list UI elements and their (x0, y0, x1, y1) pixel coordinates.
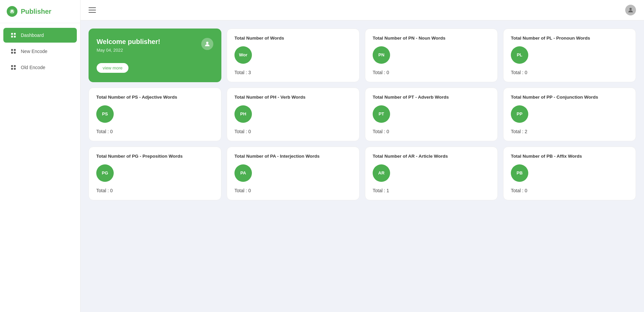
sidebar-nav: Dashboard New Encode (0, 23, 80, 80)
stat-total-words: Total : 3 (234, 70, 352, 75)
svg-rect-3 (11, 36, 13, 38)
stat-card-words: Total Number of Words Wor Total : 3 (227, 29, 360, 82)
stat-badge-words: Wor (234, 46, 252, 64)
stat-badge-ph: PH (234, 105, 252, 123)
stat-badge-pp: PP (511, 105, 528, 123)
stat-total-ps: Total : 0 (96, 129, 214, 134)
sidebar-item-new-encode[interactable]: New Encode (3, 44, 77, 59)
stat-card-pg: Total Number of PG - Preposition Words P… (89, 147, 221, 200)
hamburger-line-2 (89, 10, 96, 10)
stat-total-pp: Total : 2 (511, 129, 628, 134)
svg-rect-11 (11, 68, 13, 70)
svg-point-13 (630, 8, 632, 10)
stat-card-pn: Total Number of PN - Noun Words PN Total… (365, 29, 498, 82)
dashboard-content: Welcome publisher! May 04, 2022 view mor… (80, 20, 644, 312)
svg-rect-8 (14, 52, 16, 54)
sidebar-logo: Publisher (0, 0, 80, 23)
user-account-button[interactable] (625, 5, 636, 15)
stat-card-pa: Total Number of PA - Interjection Words … (227, 147, 360, 200)
stat-total-pa: Total : 0 (234, 188, 352, 193)
svg-point-0 (10, 9, 15, 14)
svg-rect-9 (11, 65, 13, 67)
stat-total-pl: Total : 0 (511, 70, 628, 75)
svg-rect-2 (14, 33, 16, 35)
welcome-card: Welcome publisher! May 04, 2022 view mor… (89, 29, 221, 82)
stat-card-ar: Total Number of AR - Article Words AR To… (365, 147, 498, 200)
svg-rect-6 (14, 49, 16, 51)
stat-badge-pa: PA (234, 164, 252, 182)
welcome-card-header: Welcome publisher! May 04, 2022 (97, 38, 213, 53)
welcome-date: May 04, 2022 (97, 48, 160, 53)
stat-card-ph-title: Total Number of PH - Verb Words (234, 95, 352, 100)
hamburger-line-1 (89, 7, 96, 8)
stat-card-pp-title: Total Number of PP - Conjunction Words (511, 95, 628, 100)
svg-rect-5 (11, 49, 13, 51)
sidebar-item-dashboard[interactable]: Dashboard (3, 28, 77, 43)
stat-total-pg: Total : 0 (96, 188, 214, 193)
welcome-avatar (201, 38, 213, 50)
stat-badge-pg: PG (96, 164, 114, 182)
stat-total-pb: Total : 0 (511, 188, 628, 193)
stat-card-words-title: Total Number of Words (234, 36, 352, 41)
stat-badge-ar: AR (373, 164, 390, 182)
dashboard-icon (10, 32, 17, 39)
stat-badge-ps: PS (96, 105, 114, 123)
app-title: Publisher (21, 8, 51, 15)
stat-card-pa-title: Total Number of PA - Interjection Words (234, 154, 352, 159)
stat-card-pl: Total Number of PL - Pronoun Words PL To… (503, 29, 636, 82)
stat-badge-pn: PN (373, 46, 390, 64)
header (80, 0, 644, 20)
welcome-title: Welcome publisher! (97, 38, 160, 46)
hamburger-line-3 (89, 12, 96, 13)
view-more-button[interactable]: view more (97, 63, 128, 73)
stat-card-pl-title: Total Number of PL - Pronoun Words (511, 36, 628, 41)
welcome-text-block: Welcome publisher! May 04, 2022 (97, 38, 160, 53)
svg-rect-7 (11, 52, 13, 54)
svg-rect-12 (14, 68, 16, 70)
cards-row-2: Total Number of PS - Adjective Words PS … (89, 88, 636, 141)
stat-card-ps: Total Number of PS - Adjective Words PS … (89, 88, 221, 141)
stat-card-pb: Total Number of PB - Affix Words PB Tota… (503, 147, 636, 200)
sidebar-item-dashboard-label: Dashboard (21, 33, 44, 38)
stat-badge-pl: PL (511, 46, 528, 64)
svg-rect-10 (14, 65, 16, 67)
stat-card-ps-title: Total Number of PS - Adjective Words (96, 95, 214, 100)
stat-card-pt: Total Number of PT - Adverb Words PT Tot… (365, 88, 498, 141)
stat-card-ar-title: Total Number of AR - Article Words (373, 154, 490, 159)
stat-card-ph: Total Number of PH - Verb Words PH Total… (227, 88, 360, 141)
sidebar-item-old-encode-label: Old Encode (21, 65, 45, 70)
stat-card-pb-title: Total Number of PB - Affix Words (511, 154, 628, 159)
svg-rect-4 (14, 36, 16, 38)
stat-card-pn-title: Total Number of PN - Noun Words (373, 36, 490, 41)
hamburger-button[interactable] (89, 7, 96, 13)
stat-total-ph: Total : 0 (234, 129, 352, 134)
svg-rect-1 (11, 33, 13, 35)
sidebar-item-old-encode[interactable]: Old Encode (3, 60, 77, 75)
logo-icon (7, 6, 17, 17)
main-content: Welcome publisher! May 04, 2022 view mor… (80, 0, 644, 312)
new-encode-icon (10, 48, 17, 55)
sidebar-item-new-encode-label: New Encode (21, 49, 47, 54)
sidebar: Publisher Dashboard (0, 0, 80, 312)
stat-card-pg-title: Total Number of PG - Preposition Words (96, 154, 214, 159)
stat-badge-pb: PB (511, 164, 528, 182)
stat-total-pn: Total : 0 (373, 70, 490, 75)
stat-card-pp: Total Number of PP - Conjunction Words P… (503, 88, 636, 141)
stat-total-ar: Total : 1 (373, 188, 490, 193)
stat-badge-pt: PT (373, 105, 390, 123)
stat-total-pt: Total : 0 (373, 129, 490, 134)
stat-card-pt-title: Total Number of PT - Adverb Words (373, 95, 490, 100)
cards-row-3: Total Number of PG - Preposition Words P… (89, 147, 636, 200)
cards-row-1: Welcome publisher! May 04, 2022 view mor… (89, 29, 636, 82)
svg-point-14 (206, 42, 209, 44)
old-encode-icon (10, 64, 17, 71)
